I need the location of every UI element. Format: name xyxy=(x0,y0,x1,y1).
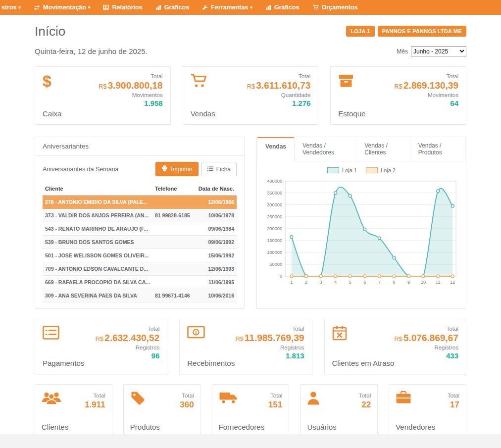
summary-cards-row: $ Caixa Total R$3.900.800,18 Movimentos … xyxy=(32,66,469,125)
cart-icon xyxy=(312,4,319,10)
card-label: Estoque xyxy=(338,109,365,118)
card-caixa: $ Caixa Total R$3.900.800,18 Movimentos … xyxy=(35,66,171,125)
card-label: Vendedores xyxy=(396,423,459,431)
card-label: Vendas xyxy=(191,109,215,118)
print-button-label: Imprimir xyxy=(171,166,192,173)
total-value: R$2.869.130,39 xyxy=(394,80,458,91)
print-button[interactable]: Imprimir xyxy=(155,162,198,176)
svg-text:11: 11 xyxy=(436,280,441,285)
birthday-row[interactable]: 373 - VALDIR DOS ANJOS PEREIRA (AN...81 … xyxy=(43,209,237,222)
nav-item-relatorios[interactable]: Relatórios xyxy=(97,0,149,15)
birthday-row[interactable]: 709 - ANTONIO EDSON CAVALCANTE D...12/06… xyxy=(43,262,237,276)
tab-vendas-clientes[interactable]: Vendas / Clientes xyxy=(356,137,410,161)
tab-vendas-vendedores[interactable]: Vendas / Vendedores xyxy=(295,137,356,161)
total-label: Total xyxy=(359,393,371,398)
svg-text:4: 4 xyxy=(334,280,337,285)
nav-label: stros xyxy=(1,4,17,11)
card-clientes-em-atraso: Clientes em Atraso Total R$5.076.869,67 … xyxy=(324,319,466,374)
company-badge[interactable]: PANNOS E PANNOS LTDA ME xyxy=(378,26,466,37)
current-date: Quinta-feira, 12 de junho de 2025. xyxy=(35,47,148,55)
nav-item-graficos-1[interactable]: Gráficos xyxy=(149,0,196,15)
birthday-row[interactable]: 543 - RENATO MARINHO DE ARAUJO (F...09/0… xyxy=(43,222,237,236)
date-row: Quinta-feira, 12 de junho de 2025. Mês J… xyxy=(32,39,469,56)
currency: R$ xyxy=(96,335,104,343)
birthday-row[interactable]: 501 - JOSE WELISSON GOMES OLIVEIR...15/0… xyxy=(43,249,237,262)
store-badge[interactable]: LOJA 1 xyxy=(346,26,374,37)
cart-icon xyxy=(191,73,215,88)
truck-icon xyxy=(219,391,238,404)
nav-item-graficos-2[interactable]: Gráficos xyxy=(259,0,306,15)
main-content: Início LOJA 1 PANNOS E PANNOS LTDA ME Qu… xyxy=(0,15,501,438)
count-value: 22 xyxy=(359,400,371,410)
nav-item-ferramentas[interactable]: Ferramentas ▾ xyxy=(196,0,259,15)
total-label: Total xyxy=(394,326,458,332)
page-header: Início LOJA 1 PANNOS E PANNOS LTDA ME xyxy=(32,23,469,39)
svg-text:200000: 200000 xyxy=(267,226,282,231)
svg-text:250000: 250000 xyxy=(267,214,282,219)
total-label: Total xyxy=(394,73,458,79)
legend-label: Loja 2 xyxy=(381,167,396,173)
caret-down-icon: ▾ xyxy=(88,5,91,10)
card-label: Clientes xyxy=(42,423,105,431)
birthday-row[interactable]: 278 - ANTONIO EMIDIO DA SILVA (PALE...12… xyxy=(43,196,237,209)
amount: 2.632.430,52 xyxy=(104,333,159,343)
card-estoque: Estoque Total R$2.869.130,39 Movimentos … xyxy=(330,66,466,125)
card-usuarios: Total 22 Usuários xyxy=(300,384,378,438)
count-label: Movimentos xyxy=(394,92,458,98)
client-cell: 373 - VALDIR DOS ANJOS PEREIRA (AN... xyxy=(43,209,152,222)
top-navbar: stros ▾ Movimentação ▾ Relatórios Gráfic… xyxy=(0,0,501,15)
list-icon xyxy=(207,166,213,173)
phone-cell xyxy=(152,236,195,249)
money-icon: 1 xyxy=(187,326,235,339)
dollar-icon: $ xyxy=(43,73,61,89)
tag-icon xyxy=(130,391,145,405)
birthdays-panel: Aniversariantes Aniversariantes da Seman… xyxy=(35,137,245,309)
nav-item-orcamentos[interactable]: Orçamentos xyxy=(306,0,364,15)
card-pagamentos: Pagamentos Total R$2.632.430,52 Registro… xyxy=(35,319,167,374)
svg-text:2: 2 xyxy=(305,280,307,285)
birthday-row[interactable]: 539 - BRUNO DOS SANTOS GOMES09/06/1992 xyxy=(43,236,237,249)
svg-text:100000: 100000 xyxy=(267,250,282,255)
birth-cell: 11/06/1995 xyxy=(195,276,237,289)
tab-vendas-produtos[interactable]: Vendas / Produtos xyxy=(410,137,466,161)
card-recebimentos: 1 Recebimentos Total R$11.985.769,39 Reg… xyxy=(179,319,312,374)
ficha-button[interactable]: Ficha xyxy=(201,162,237,176)
birth-cell: 10/06/2016 xyxy=(195,289,237,302)
phone-cell xyxy=(152,249,195,262)
card-label: Fornecedores xyxy=(219,423,283,431)
ficha-button-label: Ficha xyxy=(216,166,231,173)
col-data-nasc: Data de Nasc. xyxy=(195,182,237,196)
nav-item-movimentacao[interactable]: Movimentação ▾ xyxy=(27,0,97,15)
phone-cell xyxy=(152,276,195,289)
legend-swatch-loja2 xyxy=(366,167,378,173)
birth-cell: 12/06/1966 xyxy=(195,196,237,209)
count-label: Registros xyxy=(235,345,304,350)
currency: R$ xyxy=(394,335,402,343)
tab-vendas[interactable]: Vendas xyxy=(257,137,295,161)
list-alt-icon xyxy=(43,326,84,340)
month-select[interactable]: Junho - 2025 xyxy=(411,46,466,56)
entity-cards-row: Total 1.911 Clientes Total 360 Produtos xyxy=(32,384,469,438)
count-value: 433 xyxy=(394,351,458,360)
birthday-row[interactable]: 669 - RAFAELA PROCOPIO DA SILVA CA...11/… xyxy=(43,276,237,289)
currency: R$ xyxy=(235,335,244,343)
col-telefone: Telefone xyxy=(152,182,195,196)
col-cliente: Cliente xyxy=(43,182,152,196)
birth-cell: 15/06/1992 xyxy=(195,249,237,262)
amount: 3.900.800,18 xyxy=(108,80,163,91)
card-label: Pagamentos xyxy=(43,359,84,367)
card-label: Usuários xyxy=(307,423,371,431)
phone-cell xyxy=(152,222,195,236)
svg-text:8: 8 xyxy=(393,280,395,285)
phone-cell xyxy=(152,262,195,276)
nav-label: Relatórios xyxy=(112,4,142,11)
card-fornecedores: Total 151 Fornecedores xyxy=(212,384,290,438)
nav-item-cadastros[interactable]: stros ▾ xyxy=(0,0,27,15)
client-cell: 309 - ANA SEVERINA PAES DA SILVA xyxy=(43,289,152,302)
birthday-row[interactable]: 309 - ANA SEVERINA PAES DA SILVA81 99671… xyxy=(43,289,237,302)
archive-box-icon xyxy=(338,73,365,88)
total-label: Total xyxy=(96,326,160,332)
page-footer-strip xyxy=(0,434,501,448)
sales-area-chart: 0500001000001500002000002500003000003500… xyxy=(263,176,460,294)
currency: R$ xyxy=(99,83,107,90)
